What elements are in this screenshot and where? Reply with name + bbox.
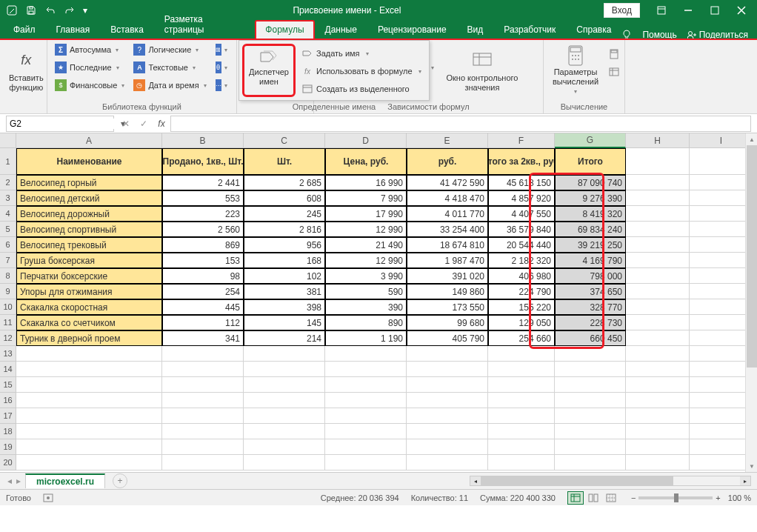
cell[interactable] (488, 424, 555, 439)
cell[interactable] (244, 393, 325, 408)
cell[interactable] (407, 393, 488, 408)
header-cell[interactable]: руб. (407, 148, 488, 175)
data-cell[interactable]: 254 (162, 284, 244, 299)
name-cell[interactable]: Скакалка со счетчиком (16, 315, 162, 330)
cell[interactable] (555, 408, 626, 424)
horizontal-scrollbar[interactable]: ◂ ▸ (470, 476, 751, 486)
cell[interactable] (16, 408, 162, 424)
data-cell[interactable]: 7 990 (325, 190, 407, 206)
calc-now-button[interactable] (606, 46, 621, 62)
cell[interactable] (626, 315, 690, 330)
row-header[interactable]: 13 (0, 346, 16, 362)
cell[interactable] (488, 408, 555, 424)
name-cell[interactable]: Велосипед детский (16, 190, 162, 206)
calc-sheet-button[interactable] (606, 64, 621, 80)
cell[interactable] (690, 330, 753, 346)
total-cell[interactable]: 4 169 790 (555, 253, 626, 268)
formula-input[interactable] (170, 116, 751, 132)
cell[interactable] (162, 408, 244, 424)
row-header[interactable]: 15 (0, 377, 16, 393)
name-cell[interactable]: Скакалка скоростная (16, 299, 162, 315)
data-cell[interactable]: 398 (244, 299, 325, 315)
row-header[interactable]: 17 (0, 408, 16, 424)
name-cell[interactable]: Велосипед спортивный (16, 222, 162, 237)
total-cell[interactable]: 9 276 390 (555, 190, 626, 206)
total-cell[interactable]: 39 219 250 (555, 237, 626, 253)
row-header[interactable]: 11 (0, 315, 16, 330)
row-header[interactable]: 6 (0, 237, 16, 253)
cell[interactable] (244, 377, 325, 393)
cell[interactable] (690, 346, 753, 362)
cell[interactable] (16, 393, 162, 408)
data-cell[interactable]: 1 190 (325, 330, 407, 346)
total-cell[interactable]: 8 419 320 (555, 206, 626, 222)
save-icon[interactable] (22, 1, 40, 19)
cancel-formula-icon[interactable]: ✕ (117, 116, 135, 132)
header-cell[interactable]: Продано, 1кв., Шт. (162, 148, 244, 175)
lookup-button[interactable]: ⊞▾ (213, 41, 230, 58)
tab-insert[interactable]: Вставка (100, 20, 154, 40)
cell[interactable] (162, 455, 244, 471)
cell[interactable] (626, 455, 690, 471)
cell[interactable] (690, 175, 753, 190)
tab-view[interactable]: Вид (457, 20, 494, 40)
recent-button[interactable]: ★Последние▾ (52, 59, 127, 76)
row-header[interactable]: 19 (0, 439, 16, 455)
tab-review[interactable]: Рецензирование (367, 20, 457, 40)
redo-icon[interactable] (61, 1, 79, 19)
cell[interactable] (162, 393, 244, 408)
data-cell[interactable]: 2 560 (162, 222, 244, 237)
create-from-selection-button[interactable]: Создать из выделенного (299, 81, 424, 97)
data-cell[interactable]: 869 (162, 237, 244, 253)
data-cell[interactable]: 173 550 (407, 299, 488, 315)
name-cell[interactable]: Велосипед горный (16, 175, 162, 190)
cell[interactable] (555, 377, 626, 393)
row-header[interactable]: 2 (0, 175, 16, 190)
cell[interactable] (162, 377, 244, 393)
zoom-out-icon[interactable]: − (631, 493, 636, 502)
cell[interactable] (244, 424, 325, 439)
data-cell[interactable]: 406 980 (488, 268, 555, 284)
column-header[interactable]: G (555, 133, 626, 148)
column-header[interactable]: F (488, 133, 555, 148)
cell[interactable] (690, 222, 753, 237)
row-header[interactable]: 1 (0, 148, 16, 175)
data-cell[interactable]: 4 418 470 (407, 190, 488, 206)
data-cell[interactable]: 12 990 (325, 222, 407, 237)
data-cell[interactable]: 129 050 (488, 315, 555, 330)
maximize-icon[interactable] (702, 1, 727, 20)
grid[interactable]: НаименованиеПродано, 1кв., Шт.Шт.Цена, р… (16, 148, 753, 471)
use-in-formula-button[interactable]: fxИспользовать в формуле▾ (299, 63, 424, 79)
datetime-button[interactable]: ◷Дата и время▾ (130, 77, 209, 93)
fx-button-icon[interactable]: fx (153, 116, 170, 132)
data-cell[interactable]: 153 (162, 253, 244, 268)
data-cell[interactable]: 254 660 (488, 330, 555, 346)
close-icon[interactable] (729, 1, 754, 20)
name-cell[interactable]: Велосипед дорожный (16, 206, 162, 222)
cell[interactable] (626, 206, 690, 222)
row-header[interactable]: 20 (0, 455, 16, 471)
data-cell[interactable]: 224 790 (488, 284, 555, 299)
data-cell[interactable]: 245 (244, 206, 325, 222)
column-header[interactable]: H (626, 133, 690, 148)
row-header[interactable]: 7 (0, 253, 16, 268)
cell[interactable] (690, 408, 753, 424)
cell[interactable] (626, 175, 690, 190)
cell[interactable] (488, 455, 555, 471)
column-header[interactable]: A (16, 133, 162, 148)
cell[interactable] (407, 362, 488, 377)
row-header[interactable]: 5 (0, 222, 16, 237)
autosum-button[interactable]: ΣАвтосумма▾ (52, 41, 127, 58)
total-cell[interactable]: 374 650 (555, 284, 626, 299)
cell[interactable] (407, 424, 488, 439)
data-cell[interactable]: 405 790 (407, 330, 488, 346)
select-all-corner[interactable] (0, 133, 16, 148)
cell[interactable] (690, 377, 753, 393)
cell[interactable] (325, 439, 407, 455)
add-sheet-button[interactable]: + (113, 473, 127, 488)
cell[interactable] (555, 424, 626, 439)
cell[interactable] (244, 346, 325, 362)
cell[interactable] (16, 439, 162, 455)
row-header[interactable]: 10 (0, 299, 16, 315)
cell[interactable] (244, 362, 325, 377)
